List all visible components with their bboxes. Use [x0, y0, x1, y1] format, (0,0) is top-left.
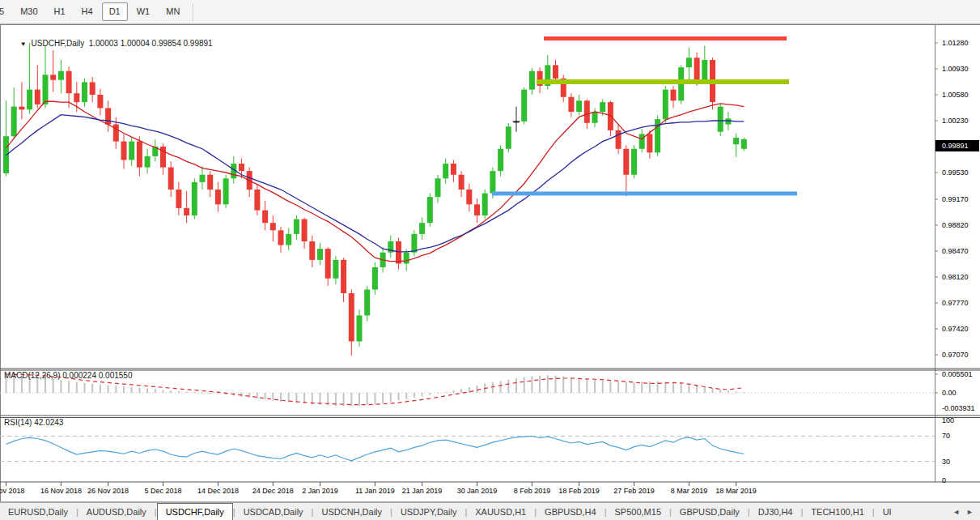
macd-histogram-bar: [45, 378, 46, 393]
candle-bull: [82, 82, 87, 102]
candle-bear: [671, 90, 677, 101]
tab-scroll-left-icon[interactable]: ◄: [949, 508, 963, 516]
macd-histogram-bar: [696, 386, 698, 393]
candle-bear: [396, 241, 401, 263]
chart-tab-usdjpy-daily[interactable]: USDJPY,Daily: [392, 505, 465, 520]
macd-histogram-bar: [91, 384, 93, 393]
timeframe-button-mn[interactable]: MN: [159, 2, 187, 21]
chart-tab-dj30-h4[interactable]: DJ30,H4: [750, 505, 801, 520]
macd-axis-max: 0.005501: [942, 370, 973, 378]
candle-bull: [11, 107, 17, 137]
rsi-indicator-label: RSI(14) 42.0243: [4, 418, 63, 427]
candle-bear: [341, 260, 346, 293]
candle-bear: [239, 164, 244, 171]
candle-bull: [702, 60, 707, 80]
candle-bull: [718, 107, 723, 132]
date-axis-label: 30 Jan 2019: [457, 487, 498, 495]
date-axis-label: 18 Feb 2019: [558, 487, 600, 495]
timeframe-button-h1[interactable]: H1: [47, 2, 73, 21]
chart-tab-tech100-h1[interactable]: TECH100,H1: [803, 505, 872, 520]
candle-bear: [584, 100, 590, 122]
candle-bear: [278, 230, 284, 245]
macd-histogram-bar: [414, 393, 415, 398]
chart-tab-eurusd-daily[interactable]: EURUSD,Daily: [0, 505, 76, 520]
hline-support[interactable]: [492, 191, 797, 195]
candle-bear: [113, 125, 119, 142]
hline-resistance-lower[interactable]: [537, 79, 789, 84]
macd-histogram-bar: [358, 393, 360, 406]
timeframe-button-5[interactable]: 5: [0, 2, 11, 21]
tab-scroll-right-icon[interactable]: ►: [963, 508, 977, 516]
candle-bull: [506, 126, 511, 148]
macd-histogram-bar: [602, 381, 604, 393]
candle-bull: [404, 253, 409, 264]
candle-bull: [482, 194, 488, 215]
chart-tab-xauusd-h1[interactable]: XAUUSD,H1: [467, 505, 534, 520]
chart-title: ▼USDCHF,Daily 1.00003 1.00004 0.99854 0.…: [6, 30, 213, 57]
chart-symbol-period: USDCHF,Daily: [32, 39, 85, 48]
candle-bear: [254, 190, 260, 211]
candle-bear: [121, 142, 127, 160]
chart-dropdown-icon[interactable]: ▼: [20, 40, 27, 48]
candle-bear: [90, 82, 95, 95]
rsi-axis-label: 100: [942, 416, 954, 424]
macd-histogram-bar: [688, 384, 689, 393]
candle-bear: [647, 134, 652, 152]
timeframe-button-h4[interactable]: H4: [74, 2, 100, 21]
date-axis-label: 11 Jan 2019: [355, 487, 395, 495]
candle-bear: [349, 293, 354, 341]
candle-bull: [286, 234, 291, 245]
macd-histogram-bar: [547, 375, 549, 393]
date-axis-label: 5 Dec 2018: [144, 487, 181, 495]
timeframe-button-d1[interactable]: D1: [102, 2, 128, 21]
macd-histogram-bar: [131, 387, 133, 393]
price-axis-label: 0.97770: [942, 299, 969, 307]
chart-tab-usdchf-daily[interactable]: USDCHF,Daily: [157, 503, 233, 520]
date-axis-label: 2 Jan 2019: [302, 487, 338, 495]
price-chart-canvas[interactable]: 1.012801.009301.005801.002300.995300.991…: [0, 24, 980, 502]
macd-histogram-bar: [704, 386, 706, 393]
hline-resistance-upper[interactable]: [544, 36, 787, 40]
macd-histogram-bar: [155, 389, 156, 393]
candle-bull: [364, 289, 370, 315]
chart-tab-usdcnh-daily[interactable]: USDCNH,Daily: [313, 505, 390, 520]
candle-bull: [357, 315, 363, 341]
macd-histogram-bar: [68, 381, 70, 393]
timeframe-button-m30[interactable]: M30: [13, 2, 45, 21]
candle-bear: [466, 190, 472, 204]
macd-histogram-bar: [515, 378, 517, 393]
timeframe-button-w1[interactable]: W1: [129, 2, 158, 21]
macd-histogram-bar: [100, 385, 101, 393]
candle-bear: [262, 211, 268, 224]
candle-bull: [490, 171, 495, 193]
date-axis-label: 24 Dec 2018: [252, 487, 294, 495]
chart-tab-ui[interactable]: UI: [875, 505, 900, 520]
chart-tab-gbpusd-h4[interactable]: GBPUSD,H4: [537, 505, 605, 520]
macd-histogram-bar: [681, 383, 682, 393]
chart-area[interactable]: 1.012801.009301.005801.002300.995300.991…: [0, 24, 980, 502]
candle-bull: [663, 90, 668, 120]
chart-tab-gbpusd-daily[interactable]: GBPUSD,Daily: [672, 505, 748, 520]
current-price-label: 0.99891: [942, 142, 969, 150]
chart-tab-audusd-daily[interactable]: AUDUSD,Daily: [78, 505, 155, 520]
date-axis-label: 8 Feb 2019: [514, 487, 551, 495]
chart-tab-sp500-m15[interactable]: SP500,M15: [607, 505, 669, 520]
candle-bear: [270, 223, 276, 230]
macd-histogram-bar: [524, 377, 525, 393]
date-axis-label: 7 Nov 2018: [0, 487, 25, 495]
price-axis-label: 1.00580: [942, 91, 969, 99]
candle-bull: [43, 75, 49, 104]
macd-histogram-bar: [649, 381, 651, 393]
macd-histogram-bar: [571, 377, 572, 393]
price-axis-label: 1.00230: [942, 117, 969, 125]
macd-histogram-bar: [594, 380, 596, 393]
price-axis-label: 0.98120: [942, 273, 969, 281]
macd-histogram-bar: [272, 393, 274, 401]
candle-bull: [600, 102, 605, 112]
price-axis-label: 1.00930: [942, 65, 969, 73]
chart-tab-usdcad-daily[interactable]: USDCAD,Daily: [235, 505, 312, 520]
candle-bear: [176, 190, 181, 208]
candle-bear: [459, 175, 465, 190]
candle-bear: [623, 149, 629, 175]
macd-histogram-bar: [53, 379, 54, 393]
